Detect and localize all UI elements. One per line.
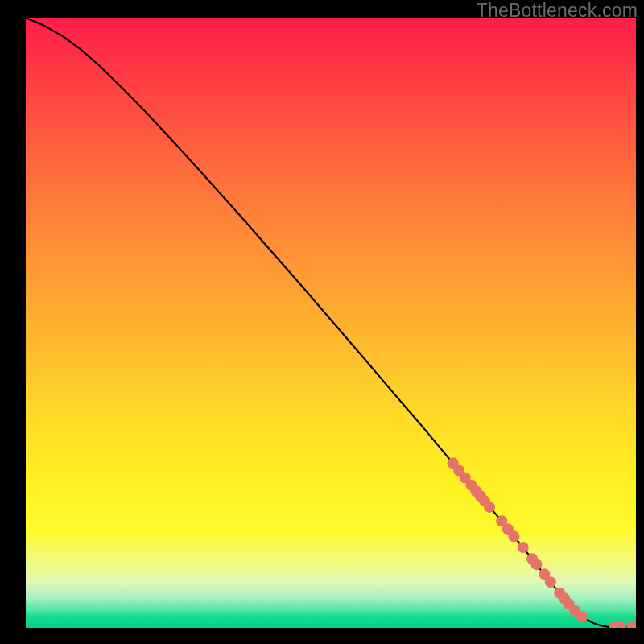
marker-point [518, 542, 529, 553]
marker-point [530, 559, 542, 570]
marker-point [484, 502, 495, 513]
plot-area [26, 18, 636, 628]
marker-point [545, 576, 556, 588]
chart-stage: TheBottleneck.com [0, 0, 644, 644]
plot-overlay-svg [26, 18, 636, 628]
markers-group [448, 457, 636, 628]
marker-point [508, 530, 519, 542]
marker-point [576, 611, 588, 622]
curve-line [26, 18, 636, 628]
